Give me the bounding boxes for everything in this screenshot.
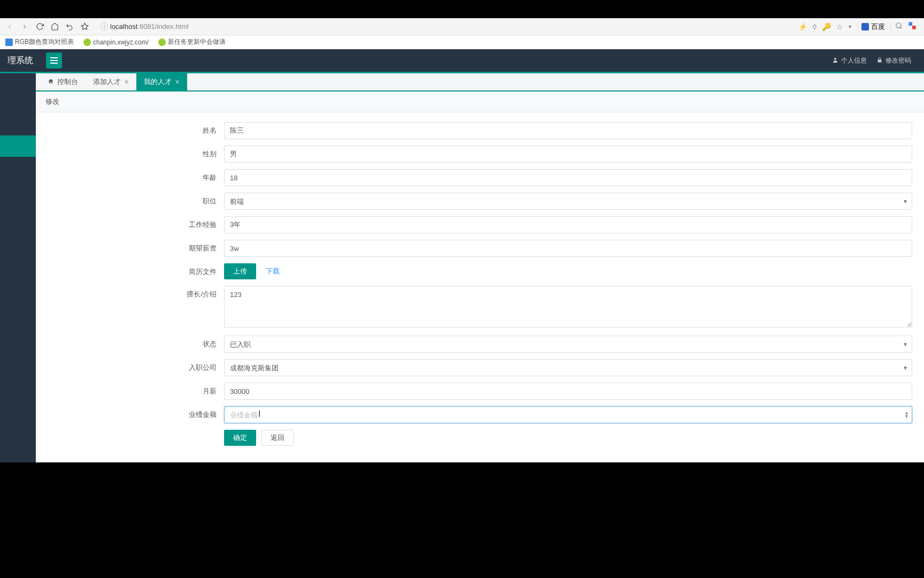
bookmark-icon xyxy=(83,39,91,46)
url-path: /index.html xyxy=(155,22,189,31)
name-input[interactable] xyxy=(224,122,912,139)
app-header: 理系统 个人信息 修改密码 xyxy=(0,49,924,72)
back-button[interactable] xyxy=(3,20,16,33)
sidebar-item-active[interactable] xyxy=(0,135,36,157)
performance-label: 业绩金额 xyxy=(48,406,224,420)
position-select[interactable]: 前端 xyxy=(224,193,912,210)
svg-point-1 xyxy=(896,23,901,28)
info-icon: i xyxy=(101,23,108,31)
salary-expect-label: 期望薪资 xyxy=(48,240,224,253)
form-panel: 修改 姓名 性别 年龄 xyxy=(36,92,924,462)
status-label: 状态 xyxy=(48,336,224,349)
back-button[interactable]: 返回 xyxy=(261,430,294,446)
password-label: 修改密码 xyxy=(886,56,911,65)
search-icon[interactable] xyxy=(895,22,903,31)
search-engine-selector[interactable]: 百度 xyxy=(858,22,888,32)
home-icon xyxy=(48,78,54,86)
content: 控制台 添加人才 ✕ 我的人才 ✕ 修改 姓名 xyxy=(36,73,924,462)
password-link[interactable]: 修改密码 xyxy=(876,56,911,65)
performance-input[interactable] xyxy=(224,406,912,423)
bookmark-chanpin[interactable]: chanpin.xwjyz.com/ xyxy=(83,39,149,46)
position-label: 职位 xyxy=(48,193,224,206)
star-icon[interactable]: ☆ xyxy=(836,22,843,31)
toolbar-icons: ⚡ ◊ 🔑 ☆ ▾ xyxy=(798,22,856,31)
tab-console[interactable]: 控制台 xyxy=(40,73,86,90)
undo-button[interactable] xyxy=(63,20,76,33)
tab-label: 我的人才 xyxy=(144,77,172,87)
tab-label: 控制台 xyxy=(57,77,78,87)
experience-label: 工作经验 xyxy=(48,216,224,230)
company-select[interactable]: 成都海克斯集团 xyxy=(224,359,912,376)
upload-button[interactable]: 上传 xyxy=(224,263,256,279)
svg-rect-9 xyxy=(878,59,882,62)
search-engine-label: 百度 xyxy=(871,22,885,32)
bookmark-icon xyxy=(5,39,13,46)
reload-button[interactable] xyxy=(33,20,46,33)
tab-label: 添加人才 xyxy=(93,77,121,87)
svg-rect-4 xyxy=(912,26,916,29)
tab-bar: 控制台 添加人才 ✕ 我的人才 ✕ xyxy=(36,73,924,92)
svg-rect-3 xyxy=(908,22,912,26)
baidu-logo-icon xyxy=(861,23,869,31)
profile-label: 个人信息 xyxy=(841,56,867,65)
app-logo: 理系统 xyxy=(0,49,41,72)
name-label: 姓名 xyxy=(48,122,224,135)
lock-icon xyxy=(876,57,883,65)
panel-body: 姓名 性别 年龄 xyxy=(36,112,924,462)
bookmark-bar: RGB颜色查询对照表 chanpin.xwjyz.com/ 新任务更新中会做请 xyxy=(0,35,924,49)
age-label: 年龄 xyxy=(48,169,224,182)
monthly-salary-label: 月薪 xyxy=(48,383,224,396)
header-right: 个人信息 修改密码 xyxy=(832,56,924,65)
letterbox-bottom xyxy=(0,462,924,578)
url-bar[interactable]: i localhost:8081/index.html xyxy=(96,20,793,34)
translate-icon[interactable] xyxy=(908,21,917,32)
home-button[interactable] xyxy=(48,20,61,33)
svg-rect-5 xyxy=(50,57,58,58)
resume-label: 简历文件 xyxy=(48,263,224,277)
svg-marker-0 xyxy=(81,23,88,29)
svg-rect-7 xyxy=(50,63,58,64)
sidebar xyxy=(0,73,36,462)
close-icon[interactable]: ✕ xyxy=(124,79,129,86)
question-icon[interactable]: ◊ xyxy=(813,22,817,31)
bookmark-icon xyxy=(158,39,166,46)
main-area: 控制台 添加人才 ✕ 我的人才 ✕ 修改 姓名 xyxy=(0,73,924,462)
user-icon xyxy=(832,57,838,65)
svg-line-2 xyxy=(900,27,902,29)
panel-title: 修改 xyxy=(36,92,924,112)
chevron-down-icon[interactable]: ▾ xyxy=(849,24,851,29)
bookmark-task[interactable]: 新任务更新中会做请 xyxy=(158,37,226,47)
salary-expect-input[interactable] xyxy=(224,240,912,257)
svg-rect-6 xyxy=(50,60,58,61)
download-link[interactable]: 下载 xyxy=(266,267,280,276)
url-port: :8081 xyxy=(137,22,155,31)
bookmark-rgb[interactable]: RGB颜色查询对照表 xyxy=(5,37,74,47)
forward-button[interactable] xyxy=(18,20,31,33)
gender-input[interactable] xyxy=(224,146,912,163)
key-icon[interactable]: 🔑 xyxy=(822,22,831,31)
menu-toggle-button[interactable] xyxy=(46,52,62,69)
gender-label: 性别 xyxy=(48,146,224,159)
bookmark-label: chanpin.xwjyz.com/ xyxy=(93,39,149,46)
svg-point-8 xyxy=(834,58,836,60)
bookmark-label: 新任务更新中会做请 xyxy=(168,37,226,47)
experience-input[interactable] xyxy=(224,216,912,233)
browser-nav: i localhost:8081/index.html ⚡ ◊ 🔑 ☆ ▾ 百度 xyxy=(0,18,924,35)
profile-link[interactable]: 个人信息 xyxy=(832,56,867,65)
tab-my-talent[interactable]: 我的人才 ✕ xyxy=(136,73,187,90)
intro-label: 擅长/介绍 xyxy=(48,286,224,299)
monthly-salary-input[interactable] xyxy=(224,383,912,400)
age-input[interactable] xyxy=(224,169,912,186)
close-icon[interactable]: ✕ xyxy=(175,79,180,86)
intro-textarea[interactable] xyxy=(224,286,912,328)
tab-add-talent[interactable]: 添加人才 ✕ xyxy=(86,73,136,90)
lightning-icon[interactable]: ⚡ xyxy=(798,22,807,31)
submit-button[interactable]: 确定 xyxy=(224,430,256,446)
letterbox-top xyxy=(0,0,924,18)
company-label: 入职公司 xyxy=(48,359,224,372)
url-host: localhost xyxy=(110,22,137,31)
bookmark-label: RGB颜色查询对照表 xyxy=(15,37,74,47)
bookmark-star-button[interactable] xyxy=(78,20,91,33)
status-select[interactable]: 已入职 xyxy=(224,336,912,353)
spacer xyxy=(48,430,224,434)
